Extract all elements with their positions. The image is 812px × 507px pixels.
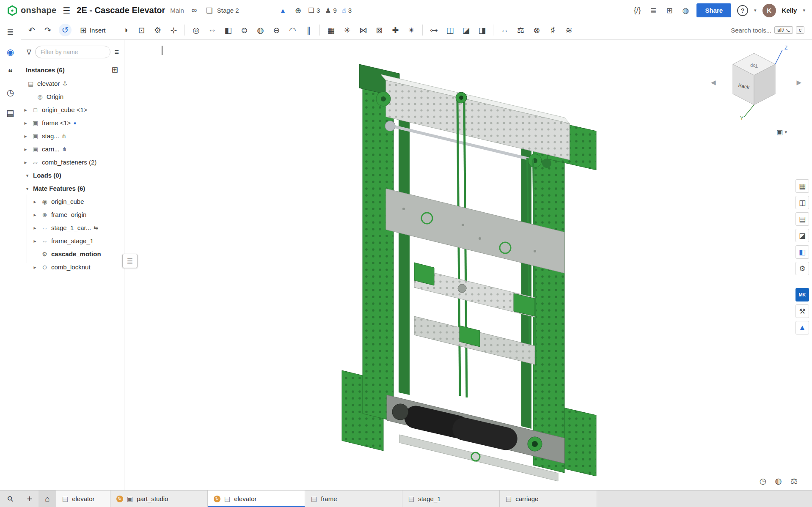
filter-input[interactable] (35, 46, 111, 58)
featurescript-icon[interactable]: {/} (632, 6, 642, 15)
explode-tool-button[interactable]: ✴ (404, 23, 419, 37)
tree-item-stage[interactable]: ▸ ▣ stag... ⋔ (21, 129, 124, 143)
toolbox-app-button[interactable]: ⚒ (795, 304, 809, 318)
expand-caret-icon[interactable]: ▸ (32, 199, 38, 205)
expand-caret-icon[interactable]: ▸ (22, 133, 29, 139)
measure-tool-button[interactable]: ↔ (497, 23, 512, 37)
transform-tool-button[interactable]: ✚ (388, 23, 403, 37)
tab-carriage[interactable]: ▤ carriage (500, 491, 597, 507)
tree-item-comb-fasteners[interactable]: ▸ ▱ comb_fasteners (2) (21, 156, 124, 169)
folder-breadcrumb[interactable]: ❏ Stage 2 (204, 6, 239, 15)
collapse-caret-icon[interactable]: ▾ (24, 186, 30, 192)
expand-caret-icon[interactable]: ▸ (22, 146, 29, 152)
community-icon[interactable]: ◍ (680, 6, 691, 15)
tree-item-origin[interactable]: ◎ Origin (21, 90, 124, 103)
interference-tool-button[interactable]: ⊗ (529, 23, 544, 37)
tab-frame[interactable]: ▤ frame (305, 491, 402, 507)
section-panel-button[interactable]: ◪ (795, 229, 809, 242)
collapse-caret-icon[interactable]: ▾ (24, 173, 30, 178)
expand-caret-icon[interactable]: ▸ (32, 238, 38, 244)
mate-relation-tool-button[interactable]: ⚙ (150, 23, 165, 37)
user-menu-caret-icon[interactable]: ▾ (803, 8, 805, 13)
filter-icon[interactable]: ∇ (27, 48, 31, 56)
share-link-icon[interactable]: ∞ (189, 6, 199, 15)
likes-stat[interactable]: ☝ 3 (342, 6, 352, 14)
simulation-tool-button[interactable]: ≋ (561, 23, 576, 37)
onshape-logo[interactable]: onshape (7, 5, 56, 16)
parts-panel-button[interactable]: ▤ (795, 212, 809, 226)
network-icon[interactable]: ◍ (775, 476, 782, 486)
display-states-tool-button[interactable]: ◫ (442, 23, 457, 37)
list-options-icon[interactable]: ≡ (114, 48, 119, 57)
main-menu-icon[interactable]: ☰ (61, 5, 72, 16)
pin-slot-mate-tool-button[interactable]: ⊖ (269, 23, 284, 37)
tangent-mate-tool-button[interactable]: ◠ (285, 23, 300, 37)
tab-elevator-folder[interactable]: ▤ elevator (56, 491, 110, 507)
loads-section-header[interactable]: ▾ Loads (0) (21, 169, 124, 182)
tree-item-origin-cube[interactable]: ▸ □ origin_cube <1> (21, 103, 124, 116)
expand-caret-icon[interactable]: ▸ (22, 107, 29, 113)
mate-features-section-header[interactable]: ▾ Mate Features (6) (21, 182, 124, 195)
help-caret-icon[interactable]: ▾ (754, 8, 757, 13)
linear-pattern-tool-button[interactable]: ▦ (323, 23, 339, 37)
cylindrical-mate-tool-button[interactable]: ⊜ (237, 23, 252, 37)
configuration-panel-button[interactable]: ⚙ (795, 262, 809, 275)
parallel-mate-tool-button[interactable]: ∥ (301, 23, 316, 37)
section-view-tool-button[interactable]: ◪ (458, 23, 473, 37)
expand-caret-icon[interactable]: ▸ (32, 212, 38, 218)
mate-item-cascade-motion[interactable]: ⚙ cascade_motion (21, 247, 124, 260)
learning-center-icon[interactable]: ▴ (278, 5, 288, 15)
redo-button[interactable]: ↷ (40, 23, 55, 37)
search-tabs-button[interactable]: ⚲ (0, 491, 21, 507)
assembly-3d-model[interactable] (336, 57, 607, 484)
expand-caret-icon[interactable]: ▸ (22, 120, 29, 126)
revolute-mate-tool-button[interactable]: ◎ (188, 23, 204, 37)
appearance-tool-button[interactable]: ◨ (474, 23, 490, 37)
expand-caret-icon[interactable]: ▸ (22, 159, 29, 165)
graphics-viewport[interactable]: ◀ ▶ Top Back Z Y (124, 40, 812, 490)
bom-panel-button[interactable]: ▦ (795, 179, 809, 193)
home-tab-button[interactable]: ⌂ (39, 491, 56, 507)
mate-tool-button[interactable]: ◑ (118, 23, 133, 37)
mate-connector-tool-button[interactable]: ⊹ (166, 23, 181, 37)
tree-popout-button[interactable]: ☰ (122, 254, 138, 268)
replicate-tool-button[interactable]: ⊠ (372, 23, 387, 37)
insert-button[interactable]: ⊞ Insert (75, 23, 110, 37)
expand-caret-icon[interactable]: ▸ (32, 264, 38, 270)
group-tool-button[interactable]: ⊡ (134, 23, 149, 37)
mass-properties-tool-button[interactable]: ⚖ (513, 23, 528, 37)
mate-item-stage-1-carriage[interactable]: ▸ ⇔ stage_1_car... ⇆ (21, 221, 124, 234)
rotate-right-arrow-icon[interactable]: ▶ (796, 79, 801, 86)
cloud-app-button[interactable]: ▲ (795, 321, 809, 334)
add-tab-button[interactable]: + (21, 491, 39, 507)
user-avatar[interactable]: K (762, 4, 776, 17)
view-cube[interactable]: Top Back Z Y (722, 44, 790, 124)
structure-panel-button[interactable]: ◫ (795, 196, 809, 209)
tree-item-frame[interactable]: ▸ ▣ frame <1> ● (21, 116, 124, 129)
history-panel-icon[interactable]: ◷ (7, 88, 14, 98)
tree-item-carriage[interactable]: ▸ ▣ carri... ⋔ (21, 143, 124, 156)
mate-item-frame-stage-1[interactable]: ▸ ⇔ frame_stage_1 (21, 234, 124, 247)
mkcad-app-button[interactable]: MK (795, 288, 809, 301)
mirror-tool-button[interactable]: ⋈ (355, 23, 371, 37)
tab-part-studio[interactable]: ↻ ▣ part_studio (110, 491, 208, 507)
ball-mate-tool-button[interactable]: ◍ (253, 23, 268, 37)
slider-mate-tool-button[interactable]: ⇔ (204, 23, 220, 37)
user-name[interactable]: Kelly (782, 7, 797, 14)
planar-mate-tool-button[interactable]: ◧ (220, 23, 236, 37)
undo-button[interactable]: ↶ (24, 23, 39, 37)
help-button[interactable]: ? (737, 5, 748, 16)
share-button[interactable]: Share (696, 3, 731, 17)
tab-elevator-assembly-active[interactable]: ↻ ▤ elevator (208, 491, 305, 507)
properties-panel-icon[interactable]: ▤ (6, 108, 14, 118)
structure-panel-icon[interactable]: ≣ (7, 27, 14, 37)
expand-caret-icon[interactable]: ▸ (32, 225, 38, 231)
performance-icon[interactable]: ◷ (760, 476, 767, 486)
rotate-left-arrow-icon[interactable]: ◀ (711, 79, 716, 86)
search-tools[interactable]: Search tools... alt/⌥ c (731, 26, 809, 34)
orbit-mode-button[interactable]: ↺ (59, 24, 72, 36)
insert-instance-icon[interactable]: ⊞ (112, 65, 118, 74)
snapshot-tool-button[interactable]: ⊶ (426, 23, 441, 37)
mate-item-frame-origin[interactable]: ▸ ⊜ frame_origin (21, 208, 124, 221)
view-cube-menu-button[interactable]: ▣ ▾ (776, 128, 787, 136)
